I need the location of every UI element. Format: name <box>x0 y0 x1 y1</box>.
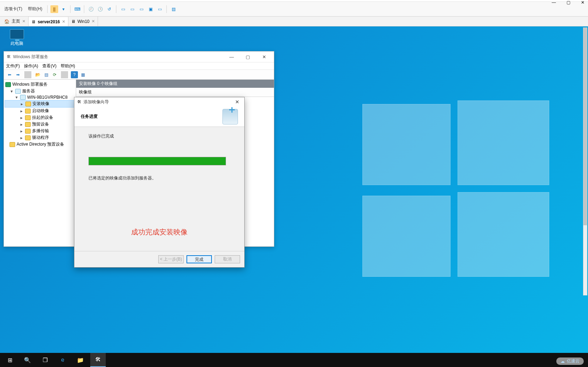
added-success-text: 已将选定的映像成功添加到服务器。 <box>88 175 230 181</box>
wds-task-icon[interactable]: 🛠 <box>90 353 106 367</box>
main-header: 安装映像 0 个映像组 <box>76 80 274 88</box>
close-icon[interactable]: ✕ <box>62 19 65 24</box>
vm-tabbar: 🏠 主页 ✕ 🖥 server2016 ✕ 🖥 Win10 ✕ <box>0 17 588 26</box>
maximize-button[interactable]: ▢ <box>241 54 255 60</box>
menu-file[interactable]: 文件(F) <box>6 63 20 69</box>
back-button: < 上一步(B) <box>158 255 184 263</box>
this-pc-label: 此电脑 <box>6 41 27 47</box>
menu-view[interactable]: 查看(V) <box>42 63 56 69</box>
back-icon[interactable]: ⬅ <box>6 71 13 78</box>
up-icon[interactable]: 📂 <box>34 71 41 78</box>
snapshot-manager-icon[interactable]: 🕒 <box>96 5 104 13</box>
wizard-body: 该操作已完成 已将选定的映像成功添加到服务器。 成功完成安装映像 <box>74 127 244 251</box>
ie-icon[interactable]: e <box>55 353 71 367</box>
tab-win10[interactable]: 🖥 Win10 ✕ <box>68 17 98 26</box>
progress-bar <box>88 157 226 165</box>
this-pc-icon[interactable]: 此电脑 <box>6 29 27 47</box>
minimize-button[interactable]: — <box>225 54 239 60</box>
close-button[interactable]: ✕ <box>257 54 271 60</box>
windows-logo-background <box>348 90 588 319</box>
explorer-icon[interactable]: 📁 <box>73 353 88 367</box>
watermark-text: 亿速云 <box>567 358 580 364</box>
tab-home[interactable]: 🏠 主页 ✕ <box>1 17 29 26</box>
finish-button[interactable]: 完成 <box>186 255 212 263</box>
close-icon[interactable]: ✕ <box>92 19 95 24</box>
library-icon[interactable]: ▤ <box>170 5 177 13</box>
main-column-header[interactable]: 映像组 <box>76 88 274 97</box>
dropdown-icon[interactable]: ▾ <box>60 5 67 13</box>
start-button[interactable]: ⊞ <box>2 353 18 367</box>
wizard-header: 任务进度 <box>74 106 244 127</box>
tab-label: 主页 <box>12 18 20 24</box>
add-image-wizard: 🛠 添加映像向导 ✕ 任务进度 该操作已完成 已将选定的映像成功添加到服务器。 … <box>74 97 245 268</box>
wds-toolbar: ⬅ ➡ 📂 ▤ ⟳ ? ▦ <box>4 70 274 80</box>
send-keys-icon[interactable]: ⌨ <box>73 5 81 13</box>
cancel-button: 取消 <box>215 255 240 263</box>
tree-multicast[interactable]: ▸多播传输 <box>5 128 75 134</box>
menu-help[interactable]: 帮助(H) <box>26 5 44 13</box>
view-mode1-icon[interactable]: ▭ <box>119 5 127 13</box>
watermark-badge: ☁ 亿速云 <box>556 357 584 365</box>
snapshot-icon[interactable]: 🕘 <box>87 5 95 13</box>
tree-servers[interactable]: ▾服务器 <box>5 88 75 94</box>
close-button[interactable]: ✕ <box>233 99 241 105</box>
package-icon <box>222 109 238 124</box>
properties-icon[interactable]: ▦ <box>79 71 86 78</box>
maximize-button[interactable]: ▢ <box>566 0 570 5</box>
pause-icon[interactable]: || <box>50 5 58 13</box>
view-mode2-icon[interactable]: ▭ <box>128 5 136 13</box>
guest-desktop: 此电脑 🛠 Windows 部署服务 — ▢ ✕ 文件(F) 操作(A) 查看(… <box>0 26 588 367</box>
minimize-button[interactable]: — <box>552 0 556 5</box>
wds-titlebar[interactable]: 🛠 Windows 部署服务 — ▢ ✕ <box>4 51 274 62</box>
wizard-heading: 任务进度 <box>81 114 98 120</box>
annotation-text: 成功完成安装映像 <box>74 227 244 237</box>
wizard-icon: 🛠 <box>77 99 81 104</box>
menu-action[interactable]: 操作(A) <box>24 63 38 69</box>
tree-pending-devices[interactable]: ▸挂起的设备 <box>5 114 75 121</box>
wds-title-text: Windows 部署服务 <box>13 54 222 60</box>
app-icon: 🛠 <box>7 54 11 59</box>
scrollbar-thumb[interactable] <box>583 28 587 225</box>
close-icon[interactable]: ✕ <box>22 19 25 24</box>
menu-tabs[interactable]: 选项卡(T) <box>2 5 24 13</box>
tree-boot-images[interactable]: ▸启动映像 <box>5 108 75 114</box>
tree-install-images[interactable]: ▸安装映像 <box>5 100 75 108</box>
wizard-footer: < 上一步(B) 完成 取消 <box>74 251 244 267</box>
view-mode3-icon[interactable]: ▭ <box>137 5 145 13</box>
tab-label: server2016 <box>38 19 60 24</box>
taskbar: ⊞ 🔍 ❐ e 📁 🛠 <box>0 353 588 367</box>
list-icon[interactable]: ▤ <box>43 71 50 78</box>
menu-help[interactable]: 帮助(H) <box>61 63 75 69</box>
vm-icon: 🖥 <box>31 19 36 24</box>
search-icon[interactable]: 🔍 <box>20 353 35 367</box>
vm-menubar: 选项卡(T) 帮助(H) || ▾ ⌨ 🕘 🕒 ↺ ▭ ▭ ▭ ▣ ▭ ▤ <box>0 2 588 17</box>
task-view-icon[interactable]: ❐ <box>37 353 53 367</box>
computer-icon <box>10 29 24 39</box>
fullscreen-icon[interactable]: ▭ <box>156 5 164 13</box>
home-icon: 🏠 <box>4 19 10 24</box>
tree-ad-prestage[interactable]: Active Directory 预置设备 <box>5 141 75 148</box>
refresh-icon[interactable]: ⟳ <box>51 71 58 78</box>
outer-window-controls: — ▢ ✕ <box>552 0 584 5</box>
tab-server2016[interactable]: 🖥 server2016 ✕ <box>29 17 68 26</box>
tree-server-node[interactable]: ▾WIN-9B1GVRPBHC8 <box>5 94 75 100</box>
revert-icon[interactable]: ↺ <box>105 5 113 13</box>
tree-prestaged-devices[interactable]: ▸预留设备 <box>5 121 75 128</box>
progress-bar-fill <box>89 157 226 165</box>
wizard-title-text: 添加映像向导 <box>84 99 231 105</box>
unity-icon[interactable]: ▣ <box>147 5 154 13</box>
wizard-titlebar[interactable]: 🛠 添加映像向导 ✕ <box>74 97 244 106</box>
wds-tree: Windows 部署服务 ▾服务器 ▾WIN-9B1GVRPBHC8 ▸安装映像… <box>4 80 76 246</box>
operation-done-text: 该操作已完成 <box>88 133 230 139</box>
tree-root[interactable]: Windows 部署服务 <box>5 81 75 88</box>
help-icon[interactable]: ? <box>71 71 78 78</box>
close-button[interactable]: ✕ <box>581 0 584 5</box>
vm-icon: 🖥 <box>71 19 75 24</box>
wds-menubar: 文件(F) 操作(A) 查看(V) 帮助(H) <box>4 62 274 70</box>
tab-label: Win10 <box>78 19 90 24</box>
forward-icon[interactable]: ➡ <box>14 71 22 78</box>
cloud-icon: ☁ <box>561 359 565 364</box>
tree-drivers[interactable]: ▸驱动程序 <box>5 134 75 141</box>
outer-scrollbar[interactable] <box>583 27 587 295</box>
